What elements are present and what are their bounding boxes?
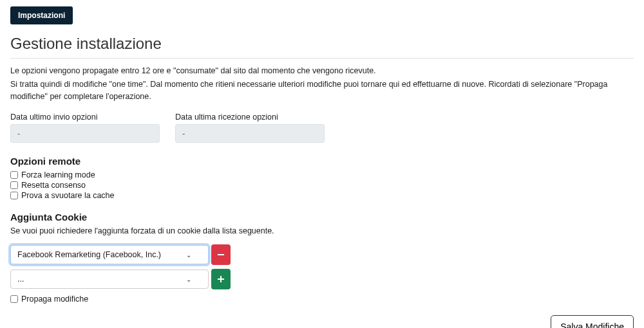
cookie-row-1: ... ⌄: [10, 269, 634, 289]
add-cookie-section: Aggiunta Cookie Se vuoi puoi richiedere …: [10, 212, 634, 289]
check-forza-learning[interactable]: Forza learning mode: [10, 170, 634, 179]
select-value: ...: [17, 275, 24, 284]
plus-icon: [217, 275, 225, 283]
check-svuota-cache[interactable]: Prova a svuotare la cache: [10, 191, 634, 200]
save-button[interactable]: Salva Modifiche: [551, 315, 634, 328]
description-block: Le opzioni vengono propagate entro 12 or…: [10, 65, 634, 102]
date-sent-input: [10, 124, 160, 143]
remove-cookie-button[interactable]: [211, 244, 231, 265]
dates-row: Data ultimo invio opzioni Data ultima ri…: [10, 113, 634, 143]
checkbox-svuota-cache[interactable]: [10, 192, 18, 199]
add-cookie-button[interactable]: [211, 269, 231, 289]
remote-options-title: Opzioni remote: [10, 156, 634, 167]
cookie-select-1[interactable]: ... ⌄: [10, 269, 209, 289]
select-value: Facebook Remarketing (Facebook, Inc.): [17, 250, 161, 259]
remote-options-group: Forza learning mode Resetta consenso Pro…: [10, 170, 634, 200]
check-label: Resetta consenso: [21, 181, 86, 190]
check-propaga-modifiche[interactable]: Propaga modifiche: [10, 295, 634, 304]
page-title: Gestione installazione: [10, 35, 634, 53]
date-sent-label: Data ultimo invio opzioni: [10, 113, 160, 122]
check-resetta-consenso[interactable]: Resetta consenso: [10, 181, 634, 190]
add-cookie-desc: Se vuoi puoi richiedere l'aggiunta forza…: [10, 226, 634, 235]
divider: [10, 58, 634, 59]
svg-rect-0: [218, 254, 224, 255]
description-line-1: Le opzioni vengono propagate entro 12 or…: [10, 65, 634, 77]
settings-button[interactable]: Impostazioni: [10, 6, 73, 24]
checkbox-forza-learning[interactable]: [10, 171, 18, 179]
add-cookie-title: Aggiunta Cookie: [10, 212, 634, 223]
date-recv-label: Data ultima ricezione opzioni: [175, 113, 325, 122]
check-label: Prova a svuotare la cache: [21, 191, 115, 200]
check-label: Propaga modifiche: [21, 295, 88, 304]
checkbox-propaga-modifiche[interactable]: [10, 295, 18, 303]
date-sent-col: Data ultimo invio opzioni: [10, 113, 160, 143]
cookie-row-0: Facebook Remarketing (Facebook, Inc.) ⌄: [10, 244, 634, 265]
description-line-2: Si tratta quindi di modifiche "one time"…: [10, 78, 634, 103]
check-label: Forza learning mode: [21, 170, 95, 179]
chevron-down-icon: ⌄: [186, 276, 191, 283]
svg-rect-2: [218, 278, 224, 280]
cookie-select-0[interactable]: Facebook Remarketing (Facebook, Inc.) ⌄: [10, 245, 209, 264]
minus-icon: [217, 251, 225, 259]
date-recv-col: Data ultima ricezione opzioni: [175, 113, 325, 143]
checkbox-resetta-consenso[interactable]: [10, 181, 18, 189]
footer-row: Salva Modifiche: [10, 315, 634, 328]
chevron-down-icon: ⌄: [186, 251, 191, 259]
date-recv-input: [175, 124, 325, 143]
